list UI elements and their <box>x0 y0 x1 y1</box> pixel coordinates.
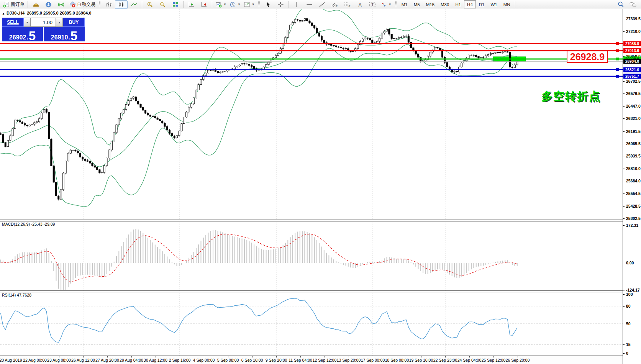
macd-pane-canvas[interactable] <box>0 221 623 290</box>
period-button[interactable]: ▼ <box>228 0 242 9</box>
toolbar-grip[interactable] <box>99 1 100 8</box>
text-button[interactable]: A <box>354 0 366 9</box>
crosshair-button[interactable] <box>274 0 287 9</box>
signal-icon <box>58 2 64 8</box>
toolbar-separator <box>142 1 142 8</box>
x-axis-label: 6 Sep 16:00 <box>241 358 263 362</box>
profile-button[interactable] <box>42 0 55 9</box>
price-axis[interactable]: 27339.527210.026958.026702.526576.526447… <box>623 9 641 364</box>
channel-button[interactable]: E <box>328 0 341 9</box>
period-clock-icon <box>230 2 236 8</box>
svg-text:T: T <box>371 2 374 7</box>
main-chart-canvas[interactable] <box>0 9 623 220</box>
symbol-name: DJ30-,H4 <box>7 11 25 15</box>
timeframe-button-m1[interactable]: M1 <box>398 0 411 8</box>
timeframe-button-h1[interactable]: H1 <box>452 0 464 8</box>
line-handle[interactable] <box>616 68 619 71</box>
y-axis-tick: 26447.0 <box>626 104 641 108</box>
timeframe-button-m15[interactable]: M15 <box>423 0 438 8</box>
rsi-pane-canvas[interactable] <box>0 292 623 356</box>
indicator-button[interactable]: ▼ <box>242 0 256 9</box>
new-order-button[interactable]: 新订单 <box>2 0 26 9</box>
auto-trading-button[interactable]: 自动交易 <box>67 0 97 9</box>
chart-shift-icon <box>201 2 207 8</box>
axis-tick-mark <box>623 225 625 226</box>
fibonacci-icon: F <box>344 2 351 8</box>
line-handle[interactable] <box>616 75 619 78</box>
macd-axis-tick: -124.17 <box>626 288 640 292</box>
volume-increase-button[interactable]: ▲ <box>56 18 63 27</box>
history-button[interactable] <box>30 0 42 9</box>
trendline-button[interactable] <box>316 0 328 9</box>
rsi-axis-tick: 80 <box>626 304 631 308</box>
x-axis-label: 24 Sep 04:00 <box>457 358 481 362</box>
arrows-icon <box>380 2 387 8</box>
line-handle[interactable] <box>616 42 619 45</box>
line-handle[interactable] <box>616 49 619 52</box>
bar-chart-button[interactable] <box>102 0 115 9</box>
time-tick-mark <box>204 356 204 357</box>
auto-trading-icon <box>69 2 76 8</box>
sell-button[interactable]: SELL <box>2 18 24 27</box>
collapse-panel-icon[interactable]: ▲ <box>2 12 5 15</box>
x-axis-label: 22 Aug 00:00 <box>23 358 47 362</box>
timeframe-button-m30[interactable]: M30 <box>438 0 452 8</box>
axis-tick-mark <box>623 181 625 181</box>
sell-price-main: 26902 <box>9 34 26 41</box>
volume-input[interactable]: 1.00 <box>31 18 56 27</box>
x-axis-label: 26 Aug 12:00 <box>71 358 95 362</box>
x-axis-label: 22 Sep 23:00 <box>433 358 457 362</box>
axis-tick-mark <box>623 169 625 169</box>
svg-text:F: F <box>349 5 351 8</box>
zoom-out-button[interactable] <box>156 0 169 9</box>
axis-tick-mark <box>623 353 625 354</box>
text-a-icon: A <box>357 2 363 8</box>
bar-chart-icon <box>105 2 112 8</box>
toolbar-grip[interactable] <box>258 1 260 8</box>
search-button[interactable] <box>614 0 627 9</box>
time-axis[interactable]: 20 Aug 201922 Aug 00:0023 Aug 08:0026 Au… <box>0 356 623 364</box>
pane-divider[interactable] <box>0 290 623 292</box>
horizontal-line-button[interactable] <box>303 0 316 9</box>
key-level-price-label[interactable]: 26928.9 <box>567 51 608 63</box>
buy-button[interactable]: BUY <box>63 18 85 27</box>
macd-label: MACD(12,26,9) -25.43 -29.89 <box>2 222 55 226</box>
rsi-axis-tick: 15 <box>626 342 631 347</box>
zoom-in-icon <box>147 2 153 8</box>
new-chart-button[interactable]: ▼ <box>214 0 228 9</box>
tile-windows-button[interactable] <box>169 0 182 9</box>
arrows-button[interactable]: ▼ <box>379 0 393 9</box>
buy-price-big-digit: 5 <box>70 31 77 41</box>
pane-divider[interactable] <box>0 220 623 221</box>
axis-tick-mark <box>623 19 625 19</box>
timeframe-button-mn[interactable]: MN <box>500 0 513 8</box>
buy-price[interactable]: 26910 . 5 <box>44 27 85 41</box>
axis-tick-mark <box>623 218 625 219</box>
fibonacci-button[interactable]: F <box>341 0 354 9</box>
timeframe-button-w1[interactable]: W1 <box>488 0 500 8</box>
candlestick-button[interactable] <box>115 0 128 9</box>
chat-button[interactable] <box>627 0 639 9</box>
chat-icon <box>630 2 637 8</box>
x-axis-label: 12 Sep 12:00 <box>313 358 336 362</box>
symbol-info[interactable]: ▲DJ30-,H4 26895.0 26905.0 26895.0 26904.… <box>2 11 91 15</box>
toolbar-grip[interactable] <box>395 1 397 8</box>
turning-point-annotation[interactable]: 多空转折点 <box>541 89 601 104</box>
axis-tick-mark <box>623 31 625 32</box>
auto-scroll-button[interactable] <box>185 0 198 9</box>
vertical-line-button[interactable] <box>290 0 303 9</box>
chart-shift-button[interactable] <box>198 0 210 9</box>
sell-price[interactable]: 26902 . 5 <box>2 27 43 41</box>
signal-button[interactable] <box>55 0 67 9</box>
axis-tick-mark <box>623 81 625 82</box>
zoom-in-button[interactable] <box>144 0 156 9</box>
volume-decrease-button[interactable]: ▼ <box>24 18 31 27</box>
label-button[interactable]: T <box>366 0 379 9</box>
line-handle[interactable] <box>616 57 619 60</box>
cursor-button[interactable] <box>262 0 274 9</box>
line-chart-icon <box>131 2 137 8</box>
timeframe-button-d1[interactable]: D1 <box>476 0 488 8</box>
timeframe-button-m5[interactable]: M5 <box>411 0 423 8</box>
timeframe-button-h4[interactable]: H4 <box>464 0 476 8</box>
line-chart-button[interactable] <box>128 0 140 9</box>
